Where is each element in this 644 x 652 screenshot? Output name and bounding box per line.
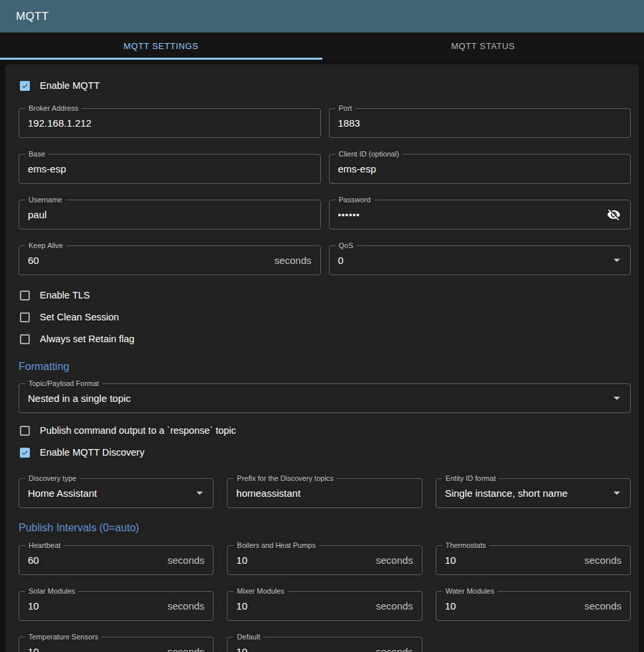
publish-response-row: Publish command output to a `response` t… — [19, 424, 631, 437]
discovery-type-label: Discovery type — [25, 474, 80, 483]
client-id-label: Client ID (optional) — [336, 149, 403, 159]
app-header: MQTT — [0, 0, 644, 33]
toggle-password-visibility-button[interactable] — [606, 207, 621, 223]
qos-value: 0 — [338, 255, 609, 266]
formatting-heading: Formatting — [19, 359, 631, 374]
water-modules-input[interactable] — [445, 600, 579, 612]
keepalive-qos-row: Keep Alive seconds QoS 0 — [19, 245, 631, 275]
retain-flag-row: Always set Retain flag — [19, 332, 631, 346]
clean-session-checkbox[interactable] — [20, 312, 30, 322]
enable-discovery-label: Enable MQTT Discovery — [40, 447, 145, 458]
default-interval-input[interactable] — [236, 646, 370, 652]
enable-tls-checkbox[interactable] — [20, 291, 30, 300]
broker-address-label: Broker Address — [25, 103, 82, 113]
base-field: Base — [19, 154, 321, 184]
keep-alive-label: Keep Alive — [25, 241, 66, 250]
dropdown-arrow-icon — [613, 397, 620, 400]
solar-modules-unit: seconds — [167, 600, 204, 612]
temperature-sensors-input[interactable] — [28, 646, 162, 652]
entity-format-value: Single instance, short name — [445, 488, 608, 499]
topic-format-value: Nested in a single topic — [28, 393, 608, 404]
retain-flag-label: Always set Retain flag — [40, 334, 135, 344]
username-input[interactable] — [28, 209, 312, 220]
keep-alive-field: Keep Alive seconds — [19, 245, 321, 275]
username-label: Username — [25, 195, 66, 204]
empty-cell — [436, 637, 631, 652]
port-field: Port — [329, 108, 631, 138]
publish-response-checkbox[interactable] — [20, 426, 30, 436]
broker-address-field: Broker Address — [19, 108, 321, 138]
discovery-prefix-input[interactable] — [236, 488, 413, 499]
mixer-modules-input[interactable] — [236, 600, 370, 612]
boilers-unit: seconds — [376, 554, 413, 566]
thermostats-unit: seconds — [584, 554, 621, 566]
password-label: Password — [336, 195, 374, 204]
qos-select[interactable]: QoS 0 — [329, 245, 631, 275]
temperature-sensors-label: Temperature Sensors — [25, 632, 101, 641]
boilers-label: Boilers and Heat Pumps — [233, 541, 319, 550]
client-id-input[interactable] — [338, 163, 622, 174]
tab-bar: MQTT SETTINGS MQTT STATUS — [0, 33, 644, 60]
enable-tls-label: Enable TLS — [40, 290, 90, 300]
solar-modules-input[interactable] — [28, 600, 162, 612]
enable-mqtt-checkbox[interactable] — [20, 81, 30, 91]
base-label: Base — [25, 149, 48, 159]
water-modules-field: Water Modules seconds — [436, 591, 631, 621]
page-title: MQTT — [16, 10, 48, 23]
discovery-type-value: Home Assistant — [28, 488, 191, 499]
retain-flag-checkbox[interactable] — [20, 334, 30, 344]
topic-format-label: Topic/Payload Format — [25, 379, 102, 388]
water-modules-unit: seconds — [584, 600, 621, 612]
base-clientid-row: Base Client ID (optional) — [19, 154, 631, 184]
publish-response-label: Publish command output to a `response` t… — [40, 425, 236, 436]
thermostats-input[interactable] — [445, 554, 579, 566]
heartbeat-input[interactable] — [28, 554, 162, 566]
broker-port-row: Broker Address Port — [19, 108, 631, 138]
publish-intervals-heading: Publish Intervals (0=auto) — [19, 521, 631, 535]
dropdown-arrow-icon — [196, 491, 203, 495]
keep-alive-input[interactable] — [28, 255, 269, 266]
discovery-type-select[interactable]: Discovery type Home Assistant — [19, 478, 214, 508]
default-interval-field: Default seconds — [227, 637, 422, 652]
discovery-row: Discovery type Home Assistant Prefix for… — [19, 478, 631, 508]
water-modules-label: Water Modules — [442, 586, 498, 596]
enable-mqtt-row: Enable MQTT — [19, 79, 631, 92]
password-field: Password — [329, 200, 631, 229]
port-input[interactable] — [338, 117, 622, 129]
clean-session-label: Set Clean Session — [40, 312, 119, 322]
enable-tls-row: Enable TLS — [19, 289, 631, 302]
heartbeat-unit: seconds — [167, 554, 204, 566]
boilers-field: Boilers and Heat Pumps seconds — [227, 545, 422, 575]
base-input[interactable] — [28, 163, 312, 174]
visibility-off-icon — [607, 208, 621, 222]
thermostats-label: Thermostats — [442, 541, 489, 550]
intervals-row-1: Heartbeat seconds Boilers and Heat Pumps… — [19, 545, 631, 575]
username-field: Username — [19, 200, 321, 229]
broker-address-input[interactable] — [28, 117, 312, 129]
check-icon — [21, 81, 29, 91]
temperature-sensors-unit: seconds — [167, 646, 204, 652]
default-interval-unit: seconds — [376, 646, 413, 652]
mixer-modules-unit: seconds — [376, 600, 413, 612]
solar-modules-label: Solar Modules — [25, 586, 78, 596]
dropdown-arrow-icon — [613, 491, 620, 495]
password-input[interactable] — [338, 210, 602, 220]
tab-mqtt-settings[interactable]: MQTT SETTINGS — [0, 33, 322, 60]
enable-discovery-checkbox[interactable] — [20, 448, 30, 458]
qos-label: QoS — [336, 241, 357, 250]
boilers-input[interactable] — [236, 554, 370, 566]
tab-mqtt-status[interactable]: MQTT STATUS — [322, 33, 644, 60]
keep-alive-unit: seconds — [275, 255, 312, 266]
credentials-row: Username Password — [19, 200, 631, 229]
intervals-row-3: Temperature Sensors seconds Default seco… — [19, 637, 631, 652]
mixer-modules-label: Mixer Modules — [233, 586, 288, 596]
dropdown-arrow-icon — [613, 259, 620, 262]
check-icon — [21, 448, 29, 458]
enable-discovery-row: Enable MQTT Discovery — [19, 446, 631, 459]
temperature-sensors-field: Temperature Sensors seconds — [19, 637, 214, 652]
topic-format-select[interactable]: Topic/Payload Format Nested in a single … — [19, 383, 631, 413]
mqtt-settings-panel: Enable MQTT Broker Address Port Base Cli… — [5, 64, 639, 652]
heartbeat-field: Heartbeat seconds — [19, 545, 214, 575]
enable-mqtt-label: Enable MQTT — [40, 80, 99, 91]
entity-format-select[interactable]: Entity ID format Single instance, short … — [436, 478, 631, 508]
